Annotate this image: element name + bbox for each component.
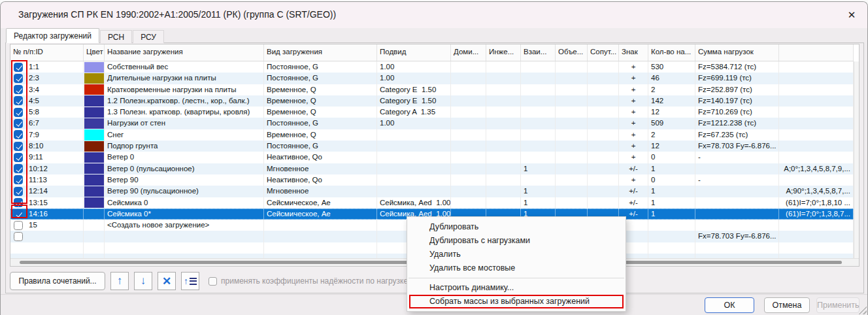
- cell-load-count: 12: [648, 107, 695, 118]
- table-row[interactable]: 1:1Собственный весПостоянное, G1.00+530F…: [10, 61, 854, 73]
- load-color-swatch[interactable]: [84, 163, 104, 174]
- column-header-11[interactable]: Кол-во на...: [648, 44, 695, 61]
- vertical-scrollbar[interactable]: [854, 61, 859, 259]
- cell-load-sum: [695, 163, 779, 174]
- ok-button[interactable]: ОК: [705, 297, 754, 313]
- row-checkbox[interactable]: [14, 142, 23, 151]
- cell-load-count: 2: [648, 129, 695, 141]
- column-header-8[interactable]: Объе...: [556, 44, 588, 61]
- column-header-5[interactable]: Доми...: [451, 44, 486, 61]
- cell-load-name: Снег: [105, 129, 264, 141]
- cell-accompanying: [588, 163, 619, 174]
- row-checkbox[interactable]: [14, 164, 23, 173]
- cell-extra: (61)I=7;0°;1,8,10 ...: [779, 197, 854, 208]
- cell-id: 3:4: [10, 84, 84, 95]
- load-color-swatch[interactable]: [84, 174, 104, 185]
- table-row[interactable]: 12:14Ветер 90 (пульсационное)Мгновенное1…: [10, 186, 854, 197]
- column-header-3[interactable]: Вид загружения: [264, 44, 377, 61]
- row-checkbox[interactable]: [14, 209, 23, 218]
- cell-union: [556, 73, 588, 84]
- table-row[interactable]: 4:51.2 Полезн.кратковр. (лестн., кор., б…: [10, 95, 854, 107]
- row-checkbox[interactable]: [14, 187, 23, 196]
- cell-engineering: [486, 61, 521, 73]
- tab-2[interactable]: РСУ: [133, 30, 164, 43]
- tab-0[interactable]: Редактор загружений: [6, 28, 99, 43]
- cell-union: [556, 186, 588, 197]
- tab-1[interactable]: РСН: [100, 30, 132, 43]
- delete-load-button[interactable]: ✕: [158, 272, 176, 290]
- load-color-swatch[interactable]: [84, 107, 104, 118]
- column-header-9[interactable]: Сопут...: [588, 44, 619, 61]
- cell-sign: +/-: [619, 186, 648, 197]
- cell-dominant: [451, 84, 486, 95]
- combination-rules-button[interactable]: Правила сочетаний...: [10, 272, 105, 290]
- cell-interaction: [521, 118, 556, 129]
- table-row[interactable]: 10:12Ветер 0 (пульсационное)Мгновенное1+…: [10, 163, 854, 174]
- cell-load-kind: Постоянное, G: [264, 118, 377, 129]
- column-header-1[interactable]: Цвет: [84, 44, 105, 61]
- menu-item-6[interactable]: Собрать массы из выбранных загружений: [407, 295, 626, 308]
- load-color-swatch[interactable]: [84, 73, 104, 84]
- cell-accompanying: [588, 84, 619, 95]
- row-checkbox[interactable]: [14, 119, 23, 128]
- move-up-button[interactable]: ↑: [110, 272, 129, 290]
- table-row[interactable]: 3:4Кратковременные нагрузки на плитыВрем…: [10, 84, 854, 95]
- row-checkbox[interactable]: [14, 175, 23, 184]
- column-header-6[interactable]: Инже...: [486, 44, 521, 61]
- menu-item-0[interactable]: Дублировать: [407, 220, 626, 234]
- load-color-swatch[interactable]: [84, 84, 104, 95]
- row-checkbox[interactable]: [14, 232, 23, 241]
- cell-extra: [779, 84, 854, 95]
- menu-item-1[interactable]: Дублировать с нагрузками: [407, 234, 626, 248]
- close-icon[interactable]: ✕: [844, 8, 859, 22]
- column-header-2[interactable]: Название загружения: [105, 44, 264, 61]
- cell-extra: [779, 231, 854, 242]
- menu-item-3[interactable]: Удалить все мостовые: [407, 261, 626, 275]
- table-row[interactable]: 8:10Подпор грунтаПостоянное, G+12Fx=78.7…: [10, 141, 854, 152]
- cell-id: 7:9: [10, 129, 84, 141]
- cell-dominant: [451, 197, 486, 208]
- table-row[interactable]: 5:81.3 Полезн. кратковр. (квартиры, кров…: [10, 107, 854, 118]
- table-row[interactable]: 6:7Нагрузки от стенПостоянное, G1.00+509…: [10, 118, 854, 129]
- row-checkbox[interactable]: [14, 198, 23, 207]
- load-color-swatch[interactable]: [84, 152, 104, 163]
- load-color-swatch[interactable]: [84, 95, 104, 106]
- row-checkbox[interactable]: [14, 74, 23, 83]
- menu-item-2[interactable]: Удалить: [407, 248, 626, 261]
- row-checkbox[interactable]: [14, 108, 23, 117]
- cell-dominant: [451, 152, 486, 163]
- row-checkbox[interactable]: [14, 153, 23, 162]
- table-row[interactable]: 11:13Ветер 90Неактивное, Qo+0-: [10, 174, 854, 186]
- row-checkbox[interactable]: [14, 85, 23, 94]
- row-checkbox[interactable]: [14, 221, 23, 230]
- cell-load-kind: Мгновенное: [264, 163, 377, 174]
- column-header-12[interactable]: Сумма нагрузок: [695, 44, 779, 61]
- load-color-swatch[interactable]: [84, 129, 104, 140]
- menu-item-5[interactable]: Настроить динамику...: [407, 281, 626, 295]
- column-header-10[interactable]: Знак: [619, 44, 648, 61]
- table-row[interactable]: 13:15Сейсмика 0Сейсмическое, АеСейсмика,…: [10, 197, 854, 208]
- load-color-swatch[interactable]: [84, 197, 104, 208]
- cancel-button[interactable]: Отмена: [764, 297, 810, 313]
- load-color-swatch[interactable]: [84, 186, 104, 197]
- row-checkbox[interactable]: [14, 63, 23, 72]
- column-header-0[interactable]: № п/п:ID: [10, 44, 84, 61]
- row-checkbox[interactable]: [14, 130, 23, 139]
- load-color-swatch[interactable]: [84, 118, 104, 129]
- table-row[interactable]: 9:11Ветер 0Неактивное, Qo+0-: [10, 152, 854, 163]
- column-header-4[interactable]: Подвид: [377, 44, 451, 61]
- load-color-swatch[interactable]: [84, 141, 104, 152]
- cell-dominant: [451, 141, 486, 152]
- column-header-7[interactable]: Взаи...: [521, 44, 556, 61]
- table-row[interactable]: 7:9СнегВременное, Q+2Fz=67.235 (тс): [10, 129, 854, 141]
- reliability-coefficients-checkbox[interactable]: [209, 277, 217, 286]
- move-down-button[interactable]: ↓: [134, 272, 152, 290]
- column-header-13[interactable]: [779, 44, 854, 61]
- cell-color: [84, 197, 105, 208]
- renumber-button[interactable]: ↑: [181, 272, 199, 290]
- load-color-swatch[interactable]: [84, 62, 104, 73]
- cell-load-sum: Fz=140.197 (тс): [695, 95, 779, 107]
- table-row[interactable]: 2:3Длительные нагрузки на плитыПостоянно…: [10, 73, 854, 84]
- row-checkbox[interactable]: [14, 96, 23, 105]
- cell-load-subkind: 1.00: [377, 118, 451, 129]
